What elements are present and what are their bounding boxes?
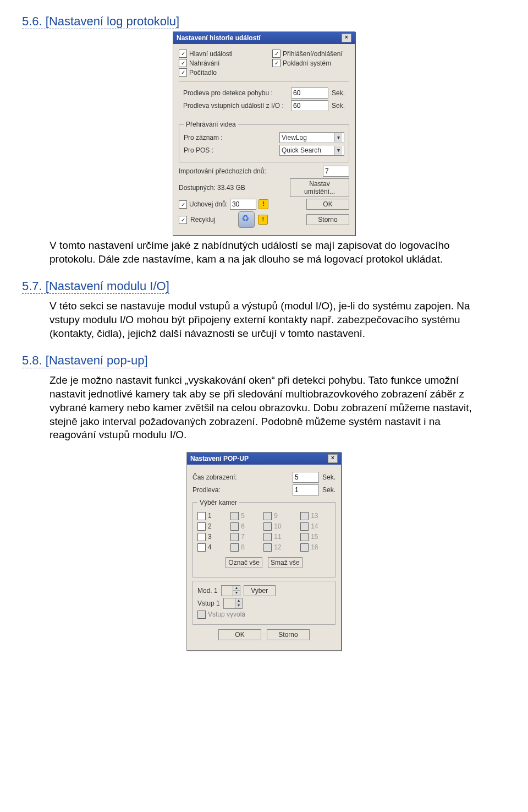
input-prodleva[interactable] <box>293 484 319 495</box>
checkbox-uchovej[interactable]: ✓ <box>179 200 187 209</box>
camera-number-label: 15 <box>311 533 318 541</box>
camera-checkbox-11: 11 <box>263 533 294 541</box>
storno-button[interactable]: Storno <box>306 214 349 225</box>
unit-sek: Sek. <box>322 473 336 481</box>
label-recykluj: Recykluj <box>190 216 215 224</box>
checkbox-label: Hlavní události <box>189 50 233 58</box>
close-icon[interactable]: × <box>342 34 351 42</box>
camera-number-label: 13 <box>311 512 318 520</box>
camera-checkbox-14: 14 <box>300 522 331 531</box>
label-import: Importování předchozích dnů: <box>179 167 320 175</box>
label-pro-pos: Pro POS : <box>184 146 276 154</box>
dialog-title-bar: Nastavení POP-UP × <box>187 453 341 465</box>
button-vyber[interactable]: Vyber <box>244 585 276 596</box>
paragraph-5-8: Zde je možno nastavit funkci „vyskakován… <box>50 374 490 442</box>
unit-sek: Sek. <box>332 89 345 97</box>
dialog-history-settings: Nastavení historie událostí × ✓Hlavní ud… <box>173 31 355 236</box>
camera-number-label: 14 <box>311 522 318 530</box>
checkbox-nahravani[interactable]: ✓ <box>179 59 187 67</box>
section-5-8-heading: 5.8. [Nastavení pop-up] <box>22 353 148 368</box>
input-prodleva-pohybu[interactable] <box>291 88 328 99</box>
camera-checkbox-4[interactable]: 4 <box>197 543 224 552</box>
checkbox-vstup-vyvola <box>197 611 206 619</box>
label-mod1: Mod. 1 <box>197 587 218 595</box>
checkbox-icon <box>263 512 272 520</box>
checkbox-hlavni[interactable]: ✓ <box>179 50 187 58</box>
spinner-vstup[interactable]: ▴▾ <box>223 598 243 609</box>
checkbox-label: Počítadlo <box>189 69 217 77</box>
spinner-mod[interactable]: ▴▾ <box>221 585 240 596</box>
group-prehravani: Přehrávání videa Pro záznam : ViewLog ▾ … <box>179 121 349 162</box>
checkbox-recykluj[interactable]: ✓ <box>179 216 187 224</box>
dialog-body: Čas zobrazení: Sek. Prodleva: Sek. Výběr… <box>187 465 341 650</box>
input-prodleva-io[interactable] <box>291 100 328 111</box>
camera-checkbox-8: 8 <box>230 543 257 552</box>
checkbox-pokladni[interactable]: ✓ <box>272 59 280 67</box>
camera-checkbox-3[interactable]: 3 <box>197 533 224 541</box>
camera-checkbox-1[interactable]: 1 <box>197 512 224 520</box>
checkbox-icon[interactable] <box>197 522 206 531</box>
ok-button[interactable]: OK <box>306 199 349 210</box>
input-cas[interactable] <box>293 472 319 483</box>
camera-number-label: 16 <box>311 543 318 551</box>
checkbox-icon <box>300 543 309 552</box>
label-vstup-vyvola: Vstup vyvolá <box>208 611 245 618</box>
unit-sek: Sek. <box>322 486 336 494</box>
checkbox-icon[interactable] <box>197 533 206 541</box>
camera-checkbox-9: 9 <box>263 512 294 520</box>
dialog-title-text: Nastavení historie událostí <box>177 34 261 42</box>
button-nastav-umisteni[interactable]: Nastav umístění... <box>290 178 349 197</box>
section-5-6-heading: 5.6. [Nastavení log protokolu] <box>22 14 179 29</box>
camera-number-label: 6 <box>241 522 245 530</box>
camera-checkbox-13: 13 <box>300 512 331 520</box>
warning-icon: ! <box>258 199 268 209</box>
camera-checkbox-10: 10 <box>263 522 294 531</box>
camera-number-label: 8 <box>241 543 245 551</box>
button-oznac-vse[interactable]: Označ vše <box>226 557 262 568</box>
camera-checkbox-6: 6 <box>230 522 257 531</box>
button-smaz-vse[interactable]: Smaž vše <box>268 557 302 568</box>
label-pro-zaznam: Pro záznam : <box>184 134 276 141</box>
input-uchovej-days[interactable] <box>230 199 256 210</box>
input-import-days[interactable] <box>323 166 349 177</box>
close-icon[interactable]: × <box>328 454 338 463</box>
chevron-down-icon: ▾ <box>334 133 342 142</box>
select-value: Quick Search <box>282 146 321 154</box>
label-dostupnych: Dostupných: 33.43 GB <box>179 184 245 192</box>
checkbox-icon <box>230 512 239 520</box>
camera-checkbox-12: 12 <box>263 543 294 552</box>
paragraph-5-6: V tomto nastavení určíme jaké z nabídnut… <box>50 239 490 266</box>
chevron-down-icon: ▾ <box>334 146 342 155</box>
dialog-title-text: Nastavení POP-UP <box>190 455 249 462</box>
storno-button[interactable]: Storno <box>267 629 310 640</box>
label-prodleva: Prodleva: <box>193 486 289 494</box>
checkbox-icon[interactable] <box>197 512 206 520</box>
dialog-body: ✓Hlavní události ✓Nahrávání ✓Počítadlo ✓… <box>173 44 355 235</box>
select-pro-zaznam[interactable]: ViewLog ▾ <box>279 132 344 143</box>
dialog-title-bar: Nastavení historie událostí × <box>173 32 355 44</box>
checkbox-prihlaseni[interactable]: ✓ <box>272 50 280 58</box>
checkbox-icon[interactable] <box>197 543 206 552</box>
checkbox-icon <box>263 543 272 552</box>
checkbox-icon <box>263 522 272 531</box>
camera-number-label: 10 <box>274 522 281 530</box>
unit-sek: Sek. <box>332 102 345 110</box>
select-pro-pos[interactable]: Quick Search ▾ <box>279 145 344 156</box>
warning-icon: ! <box>258 215 268 225</box>
label-cas-zobrazeni: Čas zobrazení: <box>193 473 289 481</box>
camera-number-label: 9 <box>274 512 278 520</box>
checkbox-label: Přihlášení/odhlášení <box>283 50 343 58</box>
checkbox-icon <box>300 512 309 520</box>
checkbox-icon <box>230 522 239 531</box>
group-basic-delays: Prodleva pro detekce pohybu : Sek. Prodl… <box>179 81 349 117</box>
checkbox-icon <box>263 533 272 541</box>
group-vyber-kamer: Výběr kamer 15913261014371115481216 Ozna… <box>193 499 336 577</box>
camera-checkbox-2[interactable]: 2 <box>197 522 224 531</box>
camera-number-label: 5 <box>241 512 245 520</box>
camera-checkbox-15: 15 <box>300 533 331 541</box>
ok-button[interactable]: OK <box>218 629 261 640</box>
checkbox-label: Pokladní systém <box>283 59 331 67</box>
checkbox-pocitadlo[interactable]: ✓ <box>179 68 187 77</box>
checkbox-icon <box>230 543 239 552</box>
label-prodleva-pohybu: Prodleva pro detekce pohybu : <box>183 89 288 97</box>
